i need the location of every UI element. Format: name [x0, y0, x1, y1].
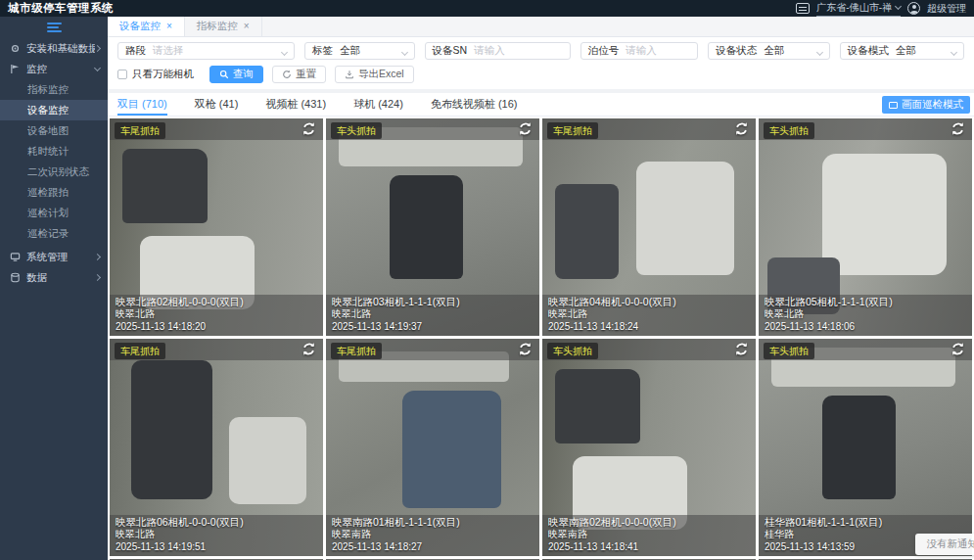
- sidebar-item-metric-monitor[interactable]: 指标监控: [0, 79, 108, 100]
- sidebar-item-device-map[interactable]: 设备地图: [0, 120, 108, 141]
- main-area: 设备监控 × 指标监控 × 路段 请选择 标签 全部 设备SN 请输入: [108, 17, 974, 560]
- berth-number-input[interactable]: 泊位号 请输入: [580, 42, 698, 60]
- sidebar-item-label: 巡检记录: [27, 227, 100, 241]
- filter-label: 设备模式: [841, 44, 896, 58]
- sidebar-item-label: 巡检计划: [27, 207, 100, 220]
- camera-road: 映翠北路: [116, 308, 317, 320]
- camera-road: 映翠北路: [765, 308, 966, 320]
- device-status-select[interactable]: 设备状态 全部: [708, 42, 829, 60]
- universal-camera-checkbox[interactable]: [117, 70, 127, 79]
- camera-card[interactable]: 车尾抓拍 映翠南路01相机-1-1-1(双目) 映翠南路 2025-11-13 …: [326, 339, 539, 556]
- refresh-icon[interactable]: [301, 342, 316, 356]
- sidebar-item-data[interactable]: 数据: [0, 267, 108, 288]
- capture-type-badge: 车尾抓拍: [547, 122, 598, 139]
- tab-video-pile[interactable]: 视频桩 (431): [265, 93, 326, 116]
- sidebar-item-label: 安装和基础数据: [26, 42, 95, 56]
- search-button-label: 查询: [233, 68, 254, 81]
- capture-time: 2025-11-13 14:18:06: [765, 320, 966, 333]
- hamburger-icon: [47, 23, 62, 32]
- header-right: 广东省-佛山市-禅 超级管理: [796, 1, 966, 17]
- export-excel-button[interactable]: 导出Excel: [335, 66, 414, 83]
- camera-card[interactable]: 车尾抓拍 映翠北路02相机-0-0-0(双目) 映翠北路 2025-11-13 …: [110, 118, 323, 336]
- camera-card[interactable]: 车头抓拍 映翠北路05相机-1-1-1(双目) 映翠北路 2025-11-13 …: [759, 118, 972, 336]
- chevron-down-icon: [817, 45, 822, 57]
- sidebar-item-secondary-recognition[interactable]: 二次识别状态: [0, 162, 108, 182]
- sidebar-item-label: 设备监控: [27, 104, 100, 117]
- camera-card[interactable]: 车尾抓拍 映翠北路06相机-0-0-0(双目) 映翠北路 2025-11-13 …: [110, 339, 323, 556]
- camera-name: 桂华路01相机-1-1-1(双目): [765, 516, 966, 529]
- camera-card[interactable]: 车头抓拍 映翠北路03相机-1-1-1(双目) 映翠北路 2025-11-13 …: [326, 118, 539, 336]
- select-value: 全部: [764, 44, 784, 58]
- camera-caption: 映翠南路01相机-1-1-1(双目) 映翠南路 2025-11-13 14:18…: [332, 516, 533, 553]
- close-icon[interactable]: ×: [166, 22, 172, 31]
- refresh-icon[interactable]: [301, 121, 316, 136]
- close-icon[interactable]: ×: [244, 22, 250, 31]
- camera-type-tab-label: 双目 (710): [117, 97, 167, 112]
- search-button[interactable]: 查询: [209, 66, 263, 83]
- capture-time: 2025-11-13 14:19:51: [116, 540, 317, 553]
- sidebar-item-time-stats[interactable]: 耗时统计: [0, 141, 108, 162]
- search-icon: [219, 70, 229, 79]
- camera-type-tab-label: 视频桩 (431): [265, 97, 326, 112]
- camera-road: 映翠南路: [548, 529, 750, 540]
- camera-type-tabs: 双目 (710) 双枪 (41) 视频桩 (431) 球机 (424) 免布线视…: [108, 93, 974, 117]
- camera-caption: 映翠北路05相机-1-1-1(双目) 映翠北路 2025-11-13 14:18…: [765, 296, 966, 333]
- sidebar-item-label: 巡检跟拍: [27, 186, 100, 200]
- sidebar-collapse-button[interactable]: [0, 17, 108, 38]
- patrol-button-label: 画面巡检模式: [902, 98, 963, 112]
- system-monitor-icon: [10, 252, 21, 262]
- notification-toast: 没有新通知: [915, 534, 974, 555]
- tab-binocular[interactable]: 双目 (710): [117, 93, 167, 116]
- sidebar-item-inspection-shot[interactable]: 巡检跟拍: [0, 182, 108, 203]
- camera-card[interactable]: 车尾抓拍 映翠北路04相机-0-0-0(双目) 映翠北路 2025-11-13 …: [542, 118, 756, 336]
- sidebar-item-install-data[interactable]: 安装和基础数据: [0, 38, 108, 59]
- camera-name: 映翠北路02相机-0-0-0(双目): [116, 296, 317, 308]
- refresh-icon[interactable]: [951, 121, 965, 136]
- capture-time: 2025-11-13 14:19:37: [332, 320, 533, 333]
- sidebar-item-label: 耗时统计: [27, 145, 100, 159]
- sidebar-item-system-mgmt[interactable]: 系统管理: [0, 247, 108, 267]
- reset-button[interactable]: 重置: [272, 66, 326, 83]
- refresh-icon[interactable]: [734, 342, 749, 356]
- tab-double-gun[interactable]: 双枪 (41): [195, 93, 239, 116]
- input-placeholder: 请输入: [474, 44, 505, 58]
- sidebar-item-inspection-plan[interactable]: 巡检计划: [0, 203, 108, 223]
- device-sn-input[interactable]: 设备SN 请输入: [425, 42, 571, 60]
- camera-card[interactable]: 车头抓拍 映翠南路02相机-0-0-0(双目) 映翠南路 2025-11-13 …: [542, 339, 756, 556]
- region-selector[interactable]: 广东省-佛山市-禅: [816, 1, 901, 17]
- open-tabs-bar: 设备监控 × 指标监控 ×: [108, 17, 974, 37]
- device-content-panel: 双目 (710) 双枪 (41) 视频桩 (431) 球机 (424) 免布线视…: [108, 93, 974, 560]
- avatar[interactable]: [907, 2, 920, 15]
- filter-label: 设备状态: [709, 44, 764, 58]
- tab-device-monitor[interactable]: 设备监控 ×: [108, 17, 185, 36]
- refresh-icon[interactable]: [951, 342, 965, 356]
- tab-dome-camera[interactable]: 球机 (424): [353, 93, 403, 116]
- camera-type-tab-label: 免布线视频桩 (16): [431, 97, 518, 112]
- tab-label: 指标监控: [197, 20, 238, 33]
- memo-icon[interactable]: [796, 3, 810, 14]
- camera-road: 映翠北路: [548, 308, 750, 320]
- capture-time: 2025-11-13 14:18:20: [116, 320, 317, 333]
- refresh-icon[interactable]: [518, 121, 533, 136]
- chevron-down-icon: [94, 65, 101, 71]
- sidebar-item-monitor[interactable]: 监控: [0, 59, 108, 79]
- refresh-icon[interactable]: [734, 121, 749, 136]
- chevron-down-icon: [282, 45, 287, 57]
- filter-label: 泊位号: [581, 44, 626, 58]
- road-section-select[interactable]: 路段 请选择: [117, 42, 295, 60]
- device-mode-select[interactable]: 设备模式 全部: [840, 42, 964, 60]
- sidebar-item-inspection-record[interactable]: 巡检记录: [0, 223, 108, 244]
- filter-label: 标签: [305, 44, 340, 58]
- screen-patrol-mode-button[interactable]: 画面巡检模式: [882, 96, 970, 114]
- camera-caption: 映翠南路02相机-0-0-0(双目) 映翠南路 2025-11-13 14:18…: [548, 516, 750, 553]
- sidebar: 安装和基础数据 监控 指标监控 设备监控 设备地图 耗时统计 二次识别状态 巡检…: [0, 17, 108, 560]
- select-value: 全部: [340, 44, 360, 58]
- sidebar-item-device-monitor[interactable]: 设备监控: [0, 100, 108, 120]
- tab-metric-monitor[interactable]: 指标监控 ×: [185, 17, 262, 36]
- refresh-icon[interactable]: [518, 342, 533, 356]
- tag-select[interactable]: 标签 全部: [304, 42, 414, 60]
- checkbox-label: 只看万能相机: [132, 68, 194, 81]
- camera-card[interactable]: 车头抓拍 桂华路01相机-1-1-1(双目) 桂华路 2025-11-13 14…: [759, 339, 972, 556]
- tab-wireless-video-pile[interactable]: 免布线视频桩 (16): [431, 93, 518, 116]
- camera-type-tab-label: 球机 (424): [353, 97, 403, 112]
